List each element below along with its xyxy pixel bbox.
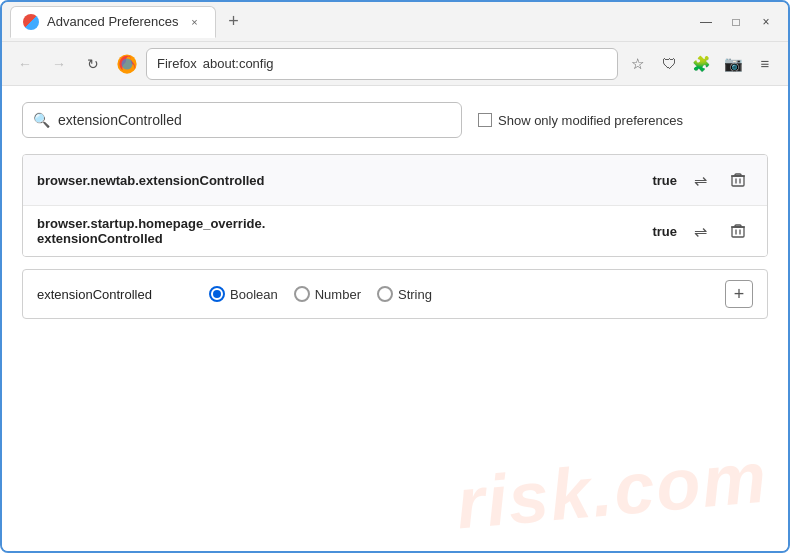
new-pref-row: extensionControlled Boolean Number Strin… <box>22 269 768 319</box>
minimize-button[interactable]: — <box>692 8 720 36</box>
tab-favicon <box>23 14 39 30</box>
table-row: browser.newtab.extensionControlled true … <box>23 155 767 206</box>
forward-button[interactable]: → <box>44 49 74 79</box>
radio-number-label: Number <box>315 287 361 302</box>
reload-button[interactable]: ↻ <box>78 49 108 79</box>
table-row: browser.startup.homepage_override. exten… <box>23 206 767 256</box>
type-radio-group: Boolean Number String <box>209 286 432 302</box>
watermark: risk.com <box>453 436 771 545</box>
radio-boolean[interactable]: Boolean <box>209 286 278 302</box>
radio-number-circle[interactable] <box>294 286 310 302</box>
search-input[interactable] <box>58 112 451 128</box>
back-button[interactable]: ← <box>10 49 40 79</box>
row-actions-1: ⇌ <box>685 165 753 195</box>
close-button[interactable]: × <box>752 8 780 36</box>
tab-close-button[interactable]: × <box>187 14 203 30</box>
show-modified-checkbox[interactable] <box>478 113 492 127</box>
delete-button-1[interactable] <box>723 165 753 195</box>
new-tab-button[interactable]: + <box>220 8 248 36</box>
radio-string-label: String <box>398 287 432 302</box>
show-modified-label[interactable]: Show only modified preferences <box>478 113 683 128</box>
screenshot-icon[interactable]: 📷 <box>718 49 748 79</box>
pref-value-2: true <box>642 224 677 239</box>
content-area: 🔍 Show only modified preferences browser… <box>2 86 788 335</box>
nav-bar: ← → ↻ Firefox about:config ☆ 🛡 🧩 📷 ≡ <box>2 42 788 86</box>
radio-boolean-circle[interactable] <box>209 286 225 302</box>
toggle-button-2[interactable]: ⇌ <box>685 216 715 246</box>
menu-icon[interactable]: ≡ <box>750 49 780 79</box>
browser-window: Advanced Preferences × + — □ × ← → ↻ Fir… <box>0 0 790 553</box>
firefox-logo-icon <box>116 53 138 75</box>
results-table: browser.newtab.extensionControlled true … <box>22 154 768 257</box>
svg-rect-4 <box>735 174 741 176</box>
window-controls: — □ × <box>692 8 780 36</box>
radio-string[interactable]: String <box>377 286 432 302</box>
pref-value-1: true <box>642 173 677 188</box>
page-content: risk.com 🔍 Show only modified preference… <box>2 86 788 551</box>
toggle-button-1[interactable]: ⇌ <box>685 165 715 195</box>
pref-name-1: browser.newtab.extensionControlled <box>37 173 634 188</box>
delete-icon-2 <box>730 223 746 239</box>
nav-icons-group: ☆ 🛡 🧩 📷 ≡ <box>622 49 780 79</box>
active-tab[interactable]: Advanced Preferences × <box>10 6 216 38</box>
pref-name-2: browser.startup.homepage_override. exten… <box>37 216 634 246</box>
search-row: 🔍 Show only modified preferences <box>22 102 768 138</box>
radio-boolean-label: Boolean <box>230 287 278 302</box>
new-pref-name: extensionControlled <box>37 287 197 302</box>
bookmark-icon[interactable]: ☆ <box>622 49 652 79</box>
radio-string-circle[interactable] <box>377 286 393 302</box>
add-pref-button[interactable]: + <box>725 280 753 308</box>
address-url: about:config <box>203 56 274 71</box>
extension-icon[interactable]: 🧩 <box>686 49 716 79</box>
svg-rect-9 <box>735 225 741 227</box>
delete-button-2[interactable] <box>723 216 753 246</box>
svg-rect-7 <box>732 227 744 237</box>
search-box[interactable]: 🔍 <box>22 102 462 138</box>
maximize-button[interactable]: □ <box>722 8 750 36</box>
shield-icon[interactable]: 🛡 <box>654 49 684 79</box>
svg-point-1 <box>122 58 133 69</box>
address-bar[interactable]: Firefox about:config <box>146 48 618 80</box>
row-actions-2: ⇌ <box>685 216 753 246</box>
delete-icon-1 <box>730 172 746 188</box>
browser-name: Firefox <box>157 56 197 71</box>
title-bar: Advanced Preferences × + — □ × <box>2 2 788 42</box>
search-icon: 🔍 <box>33 112 50 128</box>
radio-number[interactable]: Number <box>294 286 361 302</box>
tab-title: Advanced Preferences <box>47 14 179 29</box>
show-modified-text: Show only modified preferences <box>498 113 683 128</box>
tab-strip: Advanced Preferences × + <box>10 6 692 38</box>
svg-rect-2 <box>732 176 744 186</box>
